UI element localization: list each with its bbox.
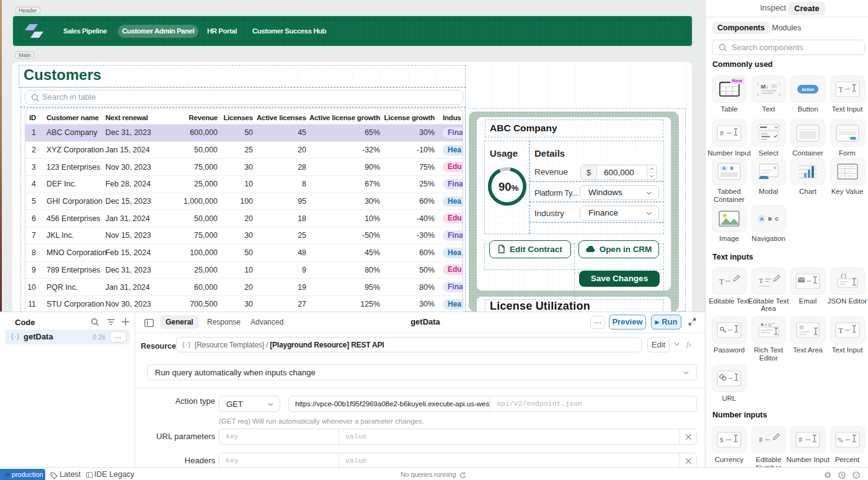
svg-text:“: “	[773, 322, 774, 327]
svg-text:T: T	[838, 326, 843, 335]
svg-text:I: I	[764, 322, 767, 327]
svg-text:B: B	[761, 322, 764, 327]
svg-text:#: #	[799, 435, 802, 444]
svg-text:?: ?	[855, 473, 857, 478]
svg-text:T: T	[719, 277, 724, 286]
svg-text:%: %	[838, 437, 843, 443]
svg-text:B: B	[768, 216, 772, 222]
svg-text:#: #	[759, 436, 763, 443]
svg-text:90%: 90%	[498, 180, 519, 193]
svg-text:$: $	[720, 436, 724, 443]
svg-text:U: U	[768, 322, 771, 327]
svg-text:#: #	[720, 129, 724, 137]
svg-text:C: C	[775, 216, 779, 222]
svg-text:A: A	[723, 166, 726, 170]
svg-text:B: B	[730, 166, 733, 170]
svg-text:T: T	[838, 85, 843, 94]
svg-text:T: T	[759, 277, 763, 284]
svg-text:T: T	[800, 325, 803, 329]
svg-text:A: A	[760, 216, 763, 222]
svg-text:M↓: M↓	[761, 83, 769, 90]
svg-text:Action: Action	[802, 87, 814, 91]
